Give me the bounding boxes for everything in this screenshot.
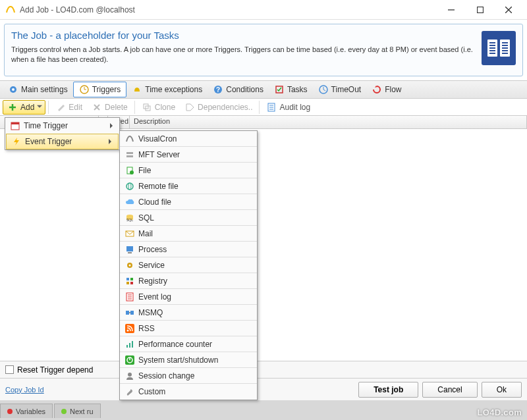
status-dot [7, 409, 13, 414]
svg-rect-39 [126, 152, 133, 154]
menu-item-event-trigger[interactable]: Event Trigger [6, 134, 119, 149]
svg-point-65 [127, 329, 129, 331]
svg-rect-54 [130, 278, 133, 280]
status-tab-variables[interactable]: Variables [0, 404, 53, 418]
submenu-mail[interactable]: Mail [120, 226, 257, 242]
submenu-custom[interactable]: Custom [120, 384, 257, 400]
app-icon [5, 5, 16, 15]
settings-icon [8, 84, 18, 95]
col-description[interactable]: Description [130, 116, 527, 128]
action-bar: Copy Job Id Test job Cancel Ok [0, 378, 527, 400]
cancel-button[interactable]: Cancel [422, 382, 477, 398]
plus-icon [7, 102, 18, 113]
clock-icon [79, 84, 90, 95]
dependencies-button[interactable]: Dependencies.. [180, 101, 256, 114]
submenu-mft-server[interactable]: MFT Server [120, 147, 257, 163]
submenu-visualcron[interactable]: VisualCron [120, 131, 257, 147]
pencil-icon [55, 102, 66, 113]
minimize-button[interactable] [438, 1, 464, 19]
svg-point-17 [12, 88, 14, 91]
clone-button[interactable]: Clone [138, 101, 179, 114]
submenu-rss[interactable]: RSS [120, 321, 257, 336]
submenu-sql[interactable]: SQLSQL [120, 210, 257, 226]
reset-bar: Reset Trigger depend [0, 361, 527, 378]
tab-timeout[interactable]: TimeOut [313, 82, 367, 97]
svg-text:?: ? [216, 86, 220, 93]
gear-icon [123, 261, 137, 270]
add-label: Add [20, 103, 34, 112]
svg-point-42 [130, 171, 134, 174]
header-description: Triggers control when a Job starts. A jo… [11, 45, 475, 65]
svg-rect-56 [130, 282, 133, 284]
tab-label: Flow [385, 85, 401, 94]
maximize-button[interactable] [467, 1, 493, 19]
svg-rect-50 [128, 252, 132, 253]
power-icon [123, 355, 137, 365]
mail-icon [123, 229, 137, 238]
tab-flow[interactable]: Flow [366, 82, 406, 97]
hourglass-icon [318, 84, 329, 95]
submenu-event-log[interactable]: Event log [120, 289, 257, 305]
edit-button[interactable]: Edit [51, 101, 86, 114]
tab-time-exceptions[interactable]: Time exceptions [126, 82, 208, 97]
submenu-system-start[interactable]: System start/shutdown [120, 352, 257, 368]
submenu-msmq[interactable]: MSMQ [120, 305, 257, 321]
edit-label: Edit [69, 103, 82, 112]
tab-triggers[interactable]: Triggers [73, 82, 127, 97]
submenu-remote-file[interactable]: Remote file [120, 178, 257, 194]
content-area [0, 129, 527, 373]
document-icon [266, 102, 277, 113]
svg-point-43 [126, 183, 133, 190]
x-icon [92, 102, 102, 113]
status-tabs: Variables Next ru [0, 400, 527, 420]
audit-log-label: Audit log [279, 103, 310, 112]
sql-icon: SQL [123, 213, 137, 223]
wrench-icon [123, 387, 137, 396]
ok-button[interactable]: Ok [482, 382, 522, 398]
submenu-performance[interactable]: Performance counter [120, 336, 257, 352]
header-panel: The Job - a placeholder for your Tasks T… [4, 24, 523, 76]
clone-icon [142, 102, 152, 113]
tab-label: TimeOut [331, 85, 362, 94]
tab-label: Time exceptions [145, 85, 202, 94]
log-icon [123, 292, 137, 302]
reset-checkbox[interactable] [5, 365, 14, 374]
svg-line-26 [323, 90, 325, 91]
delete-label: Delete [105, 103, 128, 112]
svg-point-72 [128, 373, 132, 377]
performance-icon [123, 340, 137, 349]
question-icon: ? [213, 84, 223, 95]
process-icon [123, 245, 137, 254]
book-icon [482, 31, 516, 65]
watermark: LO4D.com [478, 407, 522, 417]
submenu-cloud-file[interactable]: Cloud file [120, 194, 257, 210]
close-button[interactable] [495, 1, 522, 19]
test-job-button[interactable]: Test job [358, 382, 418, 398]
submenu-service[interactable]: Service [120, 257, 257, 273]
status-label: Next ru [70, 407, 93, 415]
menu-label: Event Trigger [24, 137, 109, 146]
file-icon [123, 166, 137, 175]
svg-rect-40 [126, 155, 133, 157]
remote-file-icon [123, 182, 137, 191]
delete-button[interactable]: Delete [88, 101, 132, 114]
add-button[interactable]: Add [3, 100, 45, 115]
submenu-registry[interactable]: Registry [120, 273, 257, 289]
reset-label: Reset Trigger depend [17, 365, 93, 375]
calendar-icon [8, 121, 22, 130]
audit-log-button[interactable]: Audit log [262, 101, 314, 114]
status-tab-next[interactable]: Next ru [54, 404, 100, 418]
copy-job-id-link[interactable]: Copy Job Id [5, 386, 44, 394]
tab-tasks[interactable]: Tasks [269, 82, 313, 97]
registry-icon [123, 276, 137, 286]
svg-rect-66 [126, 345, 128, 348]
menu-item-time-trigger[interactable]: Time Trigger [5, 118, 119, 134]
window-title: Add Job - LO4D.com @localhost [20, 5, 135, 14]
submenu-file[interactable]: File [120, 163, 257, 178]
svg-point-52 [129, 264, 131, 266]
submenu-process[interactable]: Process [120, 242, 257, 257]
tab-conditions[interactable]: ? Conditions [208, 82, 269, 97]
submenu-session[interactable]: Session change [120, 368, 257, 384]
svg-rect-68 [132, 341, 133, 348]
tab-main-settings[interactable]: Main settings [3, 82, 73, 97]
